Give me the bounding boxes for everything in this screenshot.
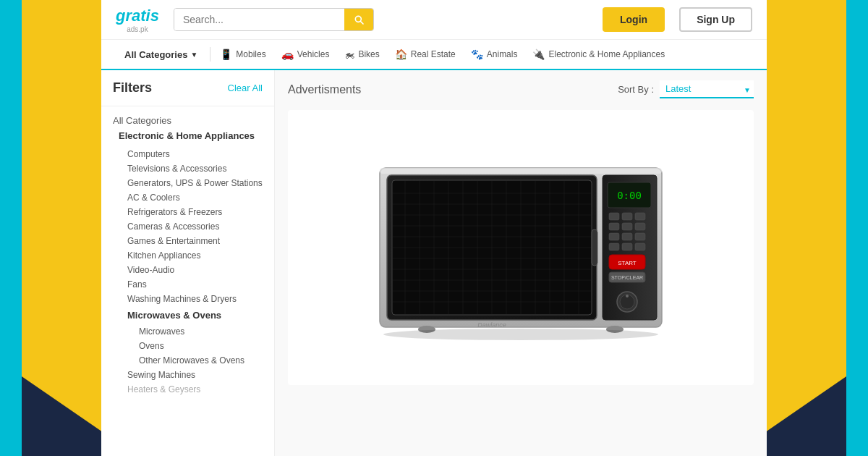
svg-text:START: START [618, 260, 637, 266]
svg-rect-40 [635, 233, 645, 240]
animals-icon: 🐾 [471, 48, 483, 60]
subcat-microwaves-parent[interactable]: Microwaves & Ovens [113, 306, 263, 324]
svg-rect-36 [622, 223, 632, 230]
all-categories-label: All Categories [124, 49, 187, 60]
site-header: gratis ads.pk Login Sign Up [101, 0, 767, 40]
filters-panel: Filters Clear All All Categories Electro… [101, 70, 275, 456]
subcat-heaters[interactable]: Heaters & Geysers [113, 382, 263, 397]
subcat-other-microwaves[interactable]: Other Microwaves & Ovens [113, 353, 263, 368]
nav-animals-label: Animals [487, 49, 518, 59]
sort-by-label: Sort By : [618, 84, 654, 95]
right-teal-bar [846, 0, 868, 456]
realestate-icon: 🏠 [395, 48, 407, 60]
svg-text:0:00: 0:00 [617, 190, 642, 201]
subcat-generators[interactable]: Generators, UPS & Power Stations [113, 176, 263, 190]
search-icon [353, 14, 365, 25]
svg-text:Dawlance: Dawlance [477, 321, 506, 329]
nav-item-animals[interactable]: 🐾 Animals [465, 41, 524, 67]
svg-point-54 [383, 329, 658, 340]
sort-area: Sort By : Latest Oldest Price Low to Hig… [618, 80, 754, 98]
main-content: Advertisments Sort By : Latest Oldest Pr… [275, 70, 767, 456]
subcat-games[interactable]: Games & Entertainment [113, 234, 263, 248]
vehicles-icon: 🚗 [281, 48, 294, 60]
nav-bikes-label: Bikes [358, 49, 379, 59]
search-bar [174, 8, 375, 31]
svg-point-50 [626, 295, 629, 297]
nav-divider [210, 47, 210, 62]
mobiles-icon: 📱 [220, 48, 232, 60]
svg-rect-33 [622, 213, 632, 220]
svg-text:STOP/CLEAR: STOP/CLEAR [611, 275, 643, 280]
filters-title: Filters [113, 80, 152, 96]
parent-category-filter[interactable]: Electronic & Home Appliances [113, 130, 263, 141]
electronics-icon: 🔌 [532, 48, 545, 60]
microwave-image: 0:00 [369, 146, 673, 349]
nav-vehicles-label: Vehicles [297, 49, 330, 59]
svg-rect-37 [635, 223, 645, 230]
svg-rect-43 [635, 243, 645, 250]
subcat-washing[interactable]: Washing Machines & Dryers [113, 292, 263, 306]
content-area: Filters Clear All All Categories Electro… [101, 70, 767, 456]
search-button[interactable] [344, 9, 373, 30]
nav-realestate-label: Real Estate [411, 49, 456, 59]
nav-electronics-label: Electronic & Home Appliances [548, 49, 665, 59]
subcat-sewing[interactable]: Sewing Machines [113, 368, 263, 382]
subcat-ovens[interactable]: Ovens [113, 339, 263, 353]
product-showcase: 0:00 [288, 110, 754, 385]
microwave-svg: 0:00 [369, 146, 673, 349]
subcat-computers[interactable]: Computers [113, 147, 263, 161]
svg-rect-41 [609, 243, 619, 250]
nav-item-realestate[interactable]: 🏠 Real Estate [389, 41, 461, 67]
subcat-televisions[interactable]: Televisions & Accessories [113, 161, 263, 176]
svg-rect-28 [592, 229, 597, 266]
nav-item-mobiles[interactable]: 📱 Mobiles [214, 41, 271, 67]
svg-rect-1 [380, 168, 662, 174]
navbar: All Categories ▼ 📱 Mobiles 🚗 Vehicles 🏍 … [101, 40, 767, 70]
nav-mobiles-label: Mobiles [236, 49, 265, 59]
sort-select-wrapper: Latest Oldest Price Low to High Price Hi… [660, 80, 754, 98]
subcat-video-audio[interactable]: Video-Audio [113, 263, 263, 277]
login-button[interactable]: Login [603, 7, 665, 32]
svg-rect-38 [609, 233, 619, 240]
ads-header: Advertisments Sort By : Latest Oldest Pr… [288, 80, 754, 98]
svg-rect-39 [622, 233, 632, 240]
clear-all-button[interactable]: Clear All [228, 83, 263, 93]
logo-main-text: gratis [116, 7, 159, 25]
logo-sub-text: ads.pk [127, 25, 148, 33]
subcat-microwaves[interactable]: Microwaves [113, 324, 263, 339]
subcat-fans[interactable]: Fans [113, 277, 263, 292]
nav-item-vehicles[interactable]: 🚗 Vehicles [276, 41, 336, 67]
left-teal-bar [0, 0, 22, 456]
all-categories-nav[interactable]: All Categories ▼ [116, 42, 206, 67]
subcat-kitchen[interactable]: Kitchen Appliances [113, 248, 263, 263]
nav-item-bikes[interactable]: 🏍 Bikes [339, 41, 385, 67]
svg-rect-34 [635, 213, 645, 220]
svg-rect-42 [622, 243, 632, 250]
ads-title: Advertisments [288, 83, 361, 96]
subcat-cameras[interactable]: Cameras & Accessories [113, 219, 263, 234]
filter-categories: All Categories Electronic & Home Applian… [101, 106, 274, 405]
subcat-refrigerators[interactable]: Refrigerators & Freezers [113, 205, 263, 219]
filters-header: Filters Clear All [101, 70, 274, 106]
bikes-icon: 🏍 [344, 48, 354, 60]
svg-rect-32 [609, 213, 619, 220]
signup-button[interactable]: Sign Up [679, 7, 752, 32]
all-categories-filter[interactable]: All Categories [113, 115, 263, 126]
subcat-ac[interactable]: AC & Coolers [113, 190, 263, 205]
sort-select[interactable]: Latest Oldest Price Low to High Price Hi… [660, 80, 754, 98]
search-input[interactable] [174, 9, 345, 30]
chevron-down-icon: ▼ [190, 51, 197, 59]
nav-item-electronics[interactable]: 🔌 Electronic & Home Appliances [527, 41, 671, 67]
logo[interactable]: gratis ads.pk [116, 7, 159, 33]
svg-rect-35 [609, 223, 619, 230]
